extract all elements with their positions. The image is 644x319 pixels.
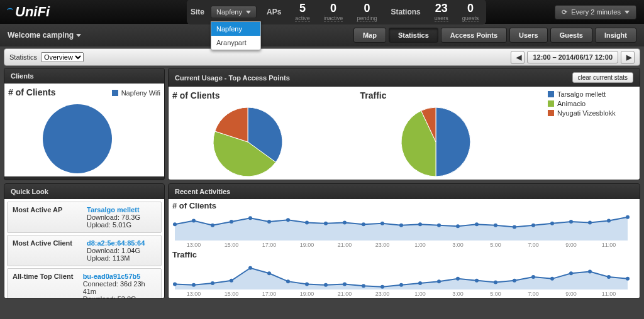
legend-swatch-icon (548, 100, 554, 107)
svg-point-38 (173, 282, 177, 286)
nav-access-points[interactable]: Access Points (441, 28, 507, 43)
time-range[interactable]: 12:00 – 2014/06/17 12:00 (527, 51, 618, 63)
svg-point-22 (569, 220, 573, 224)
time-next-button[interactable]: ▶ (621, 51, 635, 64)
svg-text:5:00: 5:00 (490, 242, 501, 248)
clients-pie-chart (8, 100, 159, 175)
svg-point-56 (513, 279, 516, 283)
aps-pending: 0 pending (353, 2, 380, 22)
stations-label: Stations (387, 8, 424, 16)
quicklook-row: Most Active Client d8:a2:5e:64:85:64 Dow… (7, 235, 162, 266)
svg-text:23:00: 23:00 (375, 291, 390, 297)
nav-map[interactable]: Map (353, 28, 386, 43)
main-grid: Clients # of Clients Napfeny Wifi Curren… (0, 68, 644, 299)
clients-header: Clients (4, 68, 164, 84)
svg-point-59 (569, 271, 573, 275)
svg-text:1:00: 1:00 (414, 291, 426, 297)
svg-point-49 (380, 285, 384, 289)
svg-point-51 (418, 281, 422, 285)
nav-statistics[interactable]: Statistics (389, 28, 438, 43)
svg-point-9 (324, 222, 328, 225)
svg-point-55 (494, 281, 497, 284)
site-selector[interactable]: Napfeny Napfeny Aranypart (211, 6, 257, 18)
legend-swatch-icon (548, 110, 554, 116)
usage-panel: Current Usage - Top Access Points clear … (168, 68, 640, 180)
usage-legend: Tarsalgo mellett Animacio Nyugati Vizesb… (548, 90, 636, 178)
svg-text:11:00: 11:00 (602, 242, 616, 248)
usage-traffic-title: Traffic (360, 90, 542, 100)
svg-text:19:00: 19:00 (300, 291, 314, 297)
ql-client-link[interactable]: d8:a2:5e:64:85:64 (87, 239, 145, 247)
clear-stats-button[interactable]: clear current stats (572, 72, 633, 83)
svg-text:9:00: 9:00 (565, 291, 577, 297)
refresh-interval: Every 2 minutes (571, 8, 621, 16)
quicklook-row: All-time Top Client bu-ead0a91c57b5 Conn… (7, 268, 162, 299)
svg-point-43 (267, 271, 271, 275)
svg-text:9:00: 9:00 (565, 242, 577, 248)
quicklook-panel: Quick Look Most Active AP Tarsalgo melle… (4, 183, 165, 299)
site-option-napfeny[interactable]: Napfeny (211, 22, 260, 36)
site-selected: Napfeny (216, 8, 242, 16)
clients-legend: Napfeny Wifi (112, 87, 160, 98)
svg-point-39 (192, 283, 196, 287)
svg-point-40 (211, 281, 214, 285)
svg-point-48 (362, 284, 365, 288)
recent-traffic-chart: 13:0015:0017:0019:0021:0023:001:003:005:… (169, 259, 634, 297)
ql-alltime-link[interactable]: bu-ead0a91c57b5 (83, 273, 156, 280)
nav-users[interactable]: Users (509, 28, 548, 43)
svg-text:17:00: 17:00 (262, 242, 277, 248)
view-select[interactable]: Overview (41, 52, 84, 62)
svg-point-14 (418, 222, 422, 226)
svg-point-53 (456, 277, 460, 281)
svg-point-45 (305, 282, 309, 286)
clients-chart-title: # of Clients (8, 87, 55, 97)
site-option-aranypart[interactable]: Aranypart (211, 36, 260, 50)
svg-text:15:00: 15:00 (225, 291, 239, 297)
nav-insight[interactable]: Insight (595, 28, 636, 43)
svg-point-46 (324, 283, 328, 287)
nav-guests[interactable]: Guests (550, 28, 592, 43)
svg-text:5:00: 5:00 (490, 291, 501, 297)
clients-panel: Clients # of Clients Napfeny Wifi (4, 68, 165, 180)
svg-point-20 (531, 224, 535, 227)
svg-point-54 (475, 279, 479, 283)
recent-clients-title: # of Clients (169, 199, 640, 210)
header-stats: Site Napfeny Napfeny Aranypart APs 5 act… (187, 0, 486, 24)
svg-text:1:00: 1:00 (414, 242, 426, 248)
svg-text:7:00: 7:00 (528, 242, 539, 248)
recent-clients-chart: 13:0015:0017:0019:0021:0023:001:003:005:… (169, 210, 634, 248)
ql-ap-link[interactable]: Tarsalgo mellett (87, 206, 140, 214)
usage-clients-title: # of Clients (172, 90, 354, 100)
svg-point-24 (607, 219, 611, 223)
svg-point-13 (399, 224, 403, 227)
usage-traffic-pie (360, 103, 511, 178)
svg-point-8 (305, 220, 309, 224)
svg-point-3 (211, 224, 214, 227)
svg-point-42 (248, 266, 252, 270)
logo: ⌢ UniFi (8, 4, 50, 20)
svg-point-57 (531, 275, 535, 279)
time-nav: ◀ 12:00 – 2014/06/17 12:00 ▶ (511, 51, 635, 64)
aps-active: 5 active (291, 2, 314, 22)
svg-point-41 (230, 279, 233, 283)
stations-users: 23 users (431, 2, 452, 22)
svg-text:7:00: 7:00 (528, 291, 539, 297)
svg-point-10 (343, 220, 347, 224)
time-prev-button[interactable]: ◀ (511, 51, 525, 64)
svg-point-60 (588, 269, 592, 273)
svg-text:3:00: 3:00 (452, 242, 464, 248)
secondbar: Welcome camping Map Statistics Access Po… (0, 24, 644, 46)
svg-point-17 (475, 222, 479, 226)
legend-swatch-icon (548, 91, 554, 97)
usage-clients-pie (172, 103, 323, 178)
welcome-dropdown[interactable]: Welcome camping (8, 31, 81, 40)
filter-label: Statistics (9, 53, 37, 61)
svg-text:3:00: 3:00 (452, 291, 464, 297)
aps-label: APs (263, 8, 285, 16)
svg-point-25 (626, 215, 630, 219)
recent-traffic-title: Traffic (169, 248, 640, 259)
svg-point-2 (192, 219, 196, 223)
refresh-selector[interactable]: ⟳ Every 2 minutes (555, 5, 636, 19)
svg-point-44 (286, 279, 290, 283)
svg-point-4 (230, 220, 233, 224)
